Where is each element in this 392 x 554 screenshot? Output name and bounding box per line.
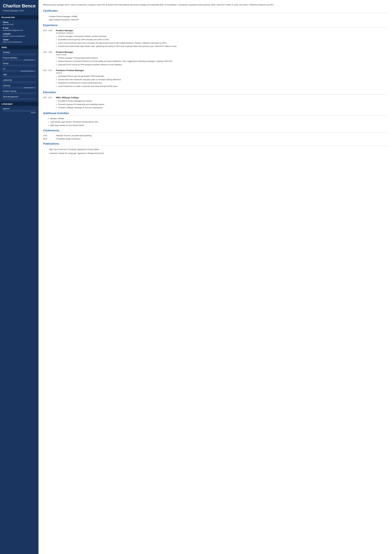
exp-company-1: Poirier South	[56, 54, 387, 56]
skill-ux: UX	[3, 68, 36, 72]
twitter-label: Twitter	[3, 39, 36, 41]
edu-dates-0: 2007 - 2011	[43, 96, 56, 110]
twitter-value: twitter.com/charlizebence	[3, 41, 36, 43]
publications-heading: Publications	[43, 142, 387, 145]
skill-feature-definition: Feature Definition	[3, 57, 36, 61]
pub-item-1: “Learning to Speak the Language” appeare…	[43, 152, 387, 155]
exp-bullet-1-1: Raised frequency of product iterations t…	[58, 60, 387, 63]
activities-list: Member, APIMM. Lead weekly yoga classes.…	[43, 117, 387, 127]
cert-item-1: Agile Certified Practitioner, PMI-ACP	[43, 18, 387, 21]
linkedin-field: LinkedIn linkedin.com/in/charlizebence	[3, 33, 36, 37]
exp-company-0: Accelubeam Systems	[56, 32, 387, 34]
experience-item-2: 2011 - 2012 Freelance Product Manager Va…	[43, 69, 387, 88]
experience-item-0: 2014 - 2018 Product Manager Accelubeam S…	[43, 29, 387, 48]
skill-problem-solving: Problem Solving	[3, 90, 36, 94]
conf-year-1: 2016	[43, 138, 56, 140]
exp-bullet-2-3: Used PowerPoint to create a corporate ca…	[58, 85, 387, 88]
conferences-list: 2018 Atlassian Summit. Led panel about p…	[43, 134, 387, 140]
edu-bullets-0: Excelled in Product Management classes. …	[56, 100, 387, 109]
activity-1: Lead weekly yoga classes. Increased memb…	[50, 120, 387, 123]
experience-divider	[43, 27, 387, 28]
phone-field: Phone 662-243-1483	[3, 21, 36, 26]
summary-text: Efficient product manager with 5+ years …	[43, 3, 387, 7]
sidebar: Charlize Bence Product Manager, CPM Pers…	[0, 0, 38, 554]
skills-list: Strategy Feature Definition Design UX	[3, 51, 36, 99]
exp-role-2: Freelance Product Manager	[56, 69, 387, 71]
edu-degree-0: MBA, Millsaps College	[56, 96, 387, 99]
exp-dates-1: 2012 - 2014	[43, 51, 56, 67]
language-spanish-level: Fluent	[3, 112, 36, 114]
personal-info-fields: Phone 662-243-1483 E-mail charlizebence@…	[3, 21, 36, 43]
linkedin-label: LinkedIn	[3, 33, 36, 35]
languages-heading: Languages	[0, 102, 38, 106]
certificates-heading: Certificates	[43, 9, 387, 12]
exp-bullets-0: Product manager in fast-paced software s…	[56, 35, 387, 48]
phone-label: Phone	[3, 21, 36, 23]
exp-bullet-0-3: Created and implemented Agile ideation p…	[58, 45, 387, 48]
phone-value: 662-243-1483	[3, 23, 36, 26]
exp-company-2: Various	[56, 72, 387, 74]
activity-2: Walk dogs weekly for local animal shelte…	[50, 124, 387, 127]
edu-bullet-0-2: President, Millsaps Pathways to Success …	[58, 106, 387, 109]
exp-bullet-1-0: Product manager in fast-growing SaaS bus…	[58, 56, 387, 59]
exp-bullet-1-2: Improved UX/UI scores by 20% through inc…	[58, 63, 387, 66]
experience-heading: Experience	[43, 24, 387, 27]
exp-bullet-2-2: Designed 15 wireframes for various small…	[58, 82, 387, 84]
languages-list: Spanish Fluent	[3, 108, 36, 114]
conf-name-1: Competitive Edge Conference	[56, 138, 387, 140]
certificates-list: Certified Product Manager, APIMM Agile C…	[43, 15, 387, 21]
exp-dates-2: 2011 - 2012	[43, 69, 56, 88]
education-item-0: 2007 - 2011 MBA, Millsaps College Excell…	[43, 96, 387, 110]
conferences-heading: Conferences	[43, 129, 387, 132]
edu-bullet-0-1: Pursued a passion for leadership and mar…	[58, 103, 387, 106]
activities-divider	[43, 115, 387, 116]
language-spanish: Spanish Fluent	[3, 108, 36, 114]
experience-item-1: 2012 - 2014 Product Manager Poirier Sout…	[43, 51, 387, 67]
main-content: Efficient product manager with 5+ years …	[38, 0, 392, 554]
exp-bullet-2-1: Led the team that created the 2nd place …	[58, 78, 387, 81]
exp-bullet-0-1: Exceeded revenue goal by 130% annually, …	[58, 38, 387, 41]
conf-name-0: Atlassian Summit. Led panel about pitchi…	[56, 134, 387, 137]
conf-year-0: 2018	[43, 134, 56, 137]
skill-design: Design	[3, 62, 36, 66]
exp-bullet-0-2: Led 5 cross-functional teams from concep…	[58, 42, 387, 44]
email-value: charlizebence@gmail.com	[3, 29, 36, 31]
personal-info-heading: Personal Info	[0, 15, 38, 19]
publications-list: “Why Your Funnel Isn’t Funneling” appear…	[43, 148, 387, 155]
cert-item-0: Certified Product Manager, APIMM	[43, 15, 387, 18]
skill-listening: Listening	[3, 84, 36, 88]
exp-dates-0: 2014 - 2018	[43, 29, 56, 48]
activity-0: Member, APIMM.	[50, 117, 387, 120]
skills-heading: Skills	[0, 45, 38, 49]
exp-bullets-1: Product manager in fast-growing SaaS bus…	[56, 56, 387, 66]
exp-bullet-2-0: Developed iPhone app that generated 3,50…	[58, 75, 387, 78]
conference-item-1: 2016 Competitive Edge Conference	[43, 138, 387, 140]
activities-heading: Additional Activities	[43, 112, 387, 115]
exp-role-1: Product Manager	[56, 51, 387, 53]
skill-agile: Agile	[3, 73, 36, 77]
pub-item-0: “Why Your Funnel Isn’t Funneling” appear…	[43, 148, 387, 151]
education-divider	[43, 94, 387, 95]
email-field: E-mail charlizebence@gmail.com	[3, 27, 36, 31]
candidate-title: Product Manager, CPM	[3, 10, 36, 12]
skill-strategy: Strategy	[3, 51, 36, 55]
edu-bullet-0-0: Excelled in Product Management classes.	[58, 100, 387, 102]
exp-role-0: Product Manager	[56, 29, 387, 32]
email-label: E-mail	[3, 27, 36, 29]
twitter-field: Twitter twitter.com/charlizebence	[3, 39, 36, 43]
exp-bullet-0-0: Product manager in fast-paced software s…	[58, 35, 387, 38]
education-heading: Education	[43, 91, 387, 94]
linkedin-value: linkedin.com/in/charlizebence	[3, 35, 36, 37]
exp-bullets-2: Developed iPhone app that generated 3,50…	[56, 75, 387, 88]
candidate-name: Charlize Bence	[3, 3, 36, 8]
conference-item-0: 2018 Atlassian Summit. Led panel about p…	[43, 134, 387, 137]
skill-time-management: Time Management	[3, 96, 36, 99]
skill-leadership: Leadership	[3, 79, 36, 83]
